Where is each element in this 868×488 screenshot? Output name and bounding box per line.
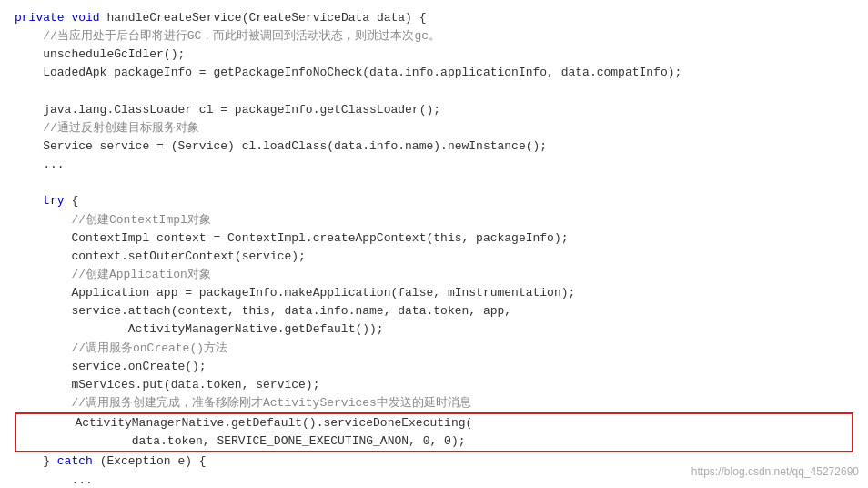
code-line: context.setOuterContext(service);: [15, 248, 853, 266]
code-line: data.token, SERVICE_DONE_EXECUTING_ANON,…: [18, 432, 850, 451]
code-line: unscheduleGcIdler();: [15, 46, 853, 64]
code-line: ContextImpl context = ContextImpl.create…: [15, 229, 853, 248]
code-line: [15, 174, 853, 192]
code-line: LoadedApk packageInfo = getPackageInfoNo…: [15, 64, 853, 82]
code-line: ActivityManagerNative.getDefault().servi…: [18, 414, 850, 432]
code-line: service.onCreate();: [15, 358, 853, 376]
code-line: ...: [15, 156, 853, 174]
code-line: try {: [15, 192, 853, 210]
code-line: Service service = (Service) cl.loadClass…: [15, 137, 853, 156]
code-line: mServices.put(data.token, service);: [15, 376, 853, 394]
watermark: https://blog.csdn.net/qq_45272690: [691, 463, 859, 481]
code-line: [15, 83, 853, 101]
code-line: Application app = packageInfo.makeApplic…: [15, 284, 853, 302]
code-line: //调用服务创建完成，准备移除刚才ActivityServices中发送的延时消…: [15, 394, 853, 412]
code-lines: private void handleCreateService(CreateS…: [15, 9, 853, 488]
code-line: service.attach(context, this, data.info.…: [15, 302, 853, 320]
code-line: //创建ContextImpl对象: [15, 211, 853, 229]
code-line: //创建Application对象: [15, 266, 853, 284]
code-line: //当应用处于后台即将进行GC，而此时被调回到活动状态，则跳过本次gc。: [15, 27, 853, 46]
code-viewer: private void handleCreateService(CreateS…: [0, 0, 868, 488]
code-line: //调用服务onCreate()方法: [15, 340, 853, 358]
code-line: //通过反射创建目标服务对象: [15, 119, 853, 137]
code-line: private void handleCreateService(CreateS…: [15, 9, 853, 27]
code-line: java.lang.ClassLoader cl = packageInfo.g…: [15, 101, 853, 119]
code-line: ActivityManagerNative.getDefault());: [15, 320, 853, 339]
